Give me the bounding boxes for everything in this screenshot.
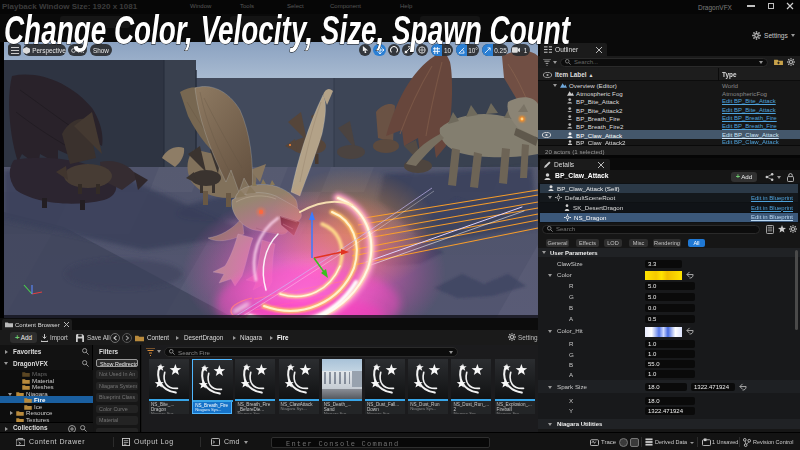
svg-text:Change Color, Velocity, Size,: Change Color, Velocity, Size, Spawn Coun…	[4, 7, 572, 53]
